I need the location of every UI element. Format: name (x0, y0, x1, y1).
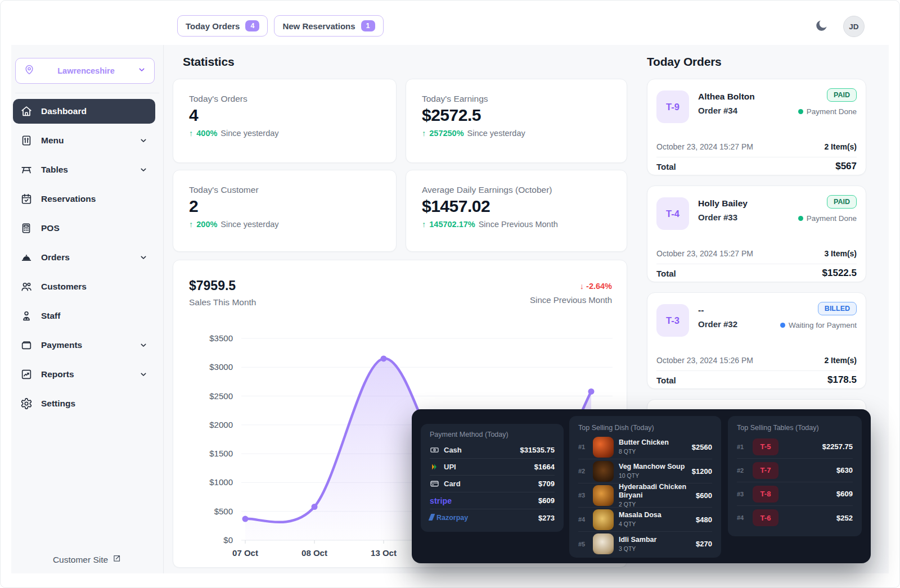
payment-method-row: Cash $31535.75 (430, 442, 555, 459)
chevron-down-icon (139, 136, 148, 145)
table-badge: T-3 (656, 304, 689, 337)
dish-value: $600 (696, 491, 712, 500)
sales-delta: ↓ -2.64% (580, 282, 612, 291)
payment-method-name: Card (444, 480, 461, 488)
map-pin-icon (24, 64, 35, 78)
y-axis-tick: $0 (223, 535, 233, 545)
order-card[interactable]: T-9 Althea Bolton Order #34 PAID Payment… (647, 79, 866, 175)
sidebar-section-divider (15, 93, 159, 93)
payment-method-value: $31535.75 (520, 446, 555, 454)
top-tables-panel: Top Selling Tables (Today) #1 T-5 $2257.… (728, 416, 862, 536)
table-value: $630 (836, 466, 853, 474)
x-axis-tick: 08 Oct (302, 548, 327, 558)
table-row: #1 T-5 $2257.75 (737, 435, 853, 459)
dish-row: #4 Masala Dosa 4 QTY $480 (578, 508, 712, 532)
payment-method-row: UPI $1664 (430, 459, 555, 476)
x-axis-tick: 13 Oct (371, 548, 397, 558)
order-card[interactable]: T-3 -- Order #32 BILLED Waiting for Paym… (647, 292, 866, 389)
sidebar-item-dashboard[interactable]: Dashboard (13, 99, 155, 124)
dish-photo (593, 533, 614, 554)
sidebar-item-orders[interactable]: Orders (13, 245, 155, 270)
upi-icon (430, 462, 439, 472)
payment-method-panel: Payment Method (Today) Cash $31535.75 UP… (421, 424, 564, 532)
stat-card-average-daily-earnings-october: Average Daily Earnings (October) $1457.0… (406, 170, 627, 252)
sidebar-item-tables[interactable]: Tables (13, 157, 155, 182)
customer-site-link[interactable]: Customer Site (11, 554, 163, 566)
payment-method-value: $1664 (534, 463, 555, 471)
order-card[interactable]: T-4 Holly Bailey Order #33 PAID Payment … (647, 186, 866, 282)
stat-delta-note: Since Previous Month (479, 220, 558, 229)
table-rank: #3 (737, 491, 746, 497)
payment-method-value: $709 (538, 480, 555, 488)
sidebar-item-customers[interactable]: Customers (13, 274, 155, 299)
today-orders-heading: Today Orders (647, 55, 722, 69)
today-orders-button[interactable]: Today Orders 4 (177, 15, 268, 37)
dish-value: $270 (696, 540, 712, 548)
sales-total: $7959.5 (189, 278, 236, 293)
dish-photo (593, 461, 614, 482)
dish-qty: 2 QTY (619, 501, 691, 508)
sidebar-item-payments[interactable]: Payments (13, 333, 155, 358)
location-selector[interactable]: Lawrenceshire (15, 58, 155, 84)
order-items-count: 3 Item(s) (824, 249, 857, 258)
home-icon (20, 105, 33, 117)
dish-rank: #5 (578, 541, 588, 548)
table-value: $609 (836, 490, 853, 498)
arrow-up-icon: ↑ (189, 220, 193, 229)
chart-data-point (381, 355, 387, 361)
dish-value: $2560 (692, 443, 712, 451)
stat-card-today-s-customer: Today's Customer 2 ↑ 200% Since yesterda… (173, 170, 397, 252)
total-value: $1522.5 (822, 268, 857, 279)
sidebar-item-menu[interactable]: Menu (13, 128, 155, 153)
sidebar-item-settings[interactable]: Settings (13, 391, 155, 416)
status-badge: BILLED (818, 302, 857, 315)
sidebar-item-reports[interactable]: Reports (13, 362, 155, 387)
avatar[interactable]: JD (843, 16, 865, 37)
sidebar-item-staff[interactable]: Staff (13, 304, 155, 328)
payment-status-dot (780, 323, 785, 328)
table-badge: T-4 (656, 197, 689, 230)
payment-method-name: Razorpay (436, 514, 468, 522)
payment-status-note: Payment Done (807, 214, 857, 223)
table-row: #4 T-6 $252 (737, 506, 853, 530)
card-divider (656, 370, 857, 371)
table-rank: #2 (737, 467, 746, 474)
table-value: $252 (836, 514, 853, 522)
stat-label: Today's Orders (189, 94, 380, 104)
sidebar-item-reservations[interactable]: Reservations (13, 187, 155, 211)
table-row: #3 T-8 $609 (737, 482, 853, 506)
y-axis-tick: $2500 (209, 391, 233, 401)
dish-row: #3 Hyderabadi Chicken Biryani 2 QTY $600 (578, 483, 712, 508)
stat-delta-note: Since yesterday (467, 129, 525, 138)
new-reservations-button[interactable]: New Reservations 1 (274, 15, 383, 37)
reports-icon (20, 368, 33, 381)
stat-card-today-s-orders: Today's Orders 4 ↑ 400% Since yesterday (173, 79, 397, 163)
stat-delta-percent: 200% (196, 220, 217, 229)
dish-photo (593, 485, 614, 506)
customer-site-label: Customer Site (53, 555, 108, 565)
dish-row: #5 Idli Sambar 3 QTY $270 (578, 532, 712, 556)
dark-mode-toggle[interactable] (813, 18, 830, 35)
y-axis-tick: $2000 (209, 420, 233, 429)
status-badge: PAID (827, 195, 857, 209)
chevron-down-icon (139, 341, 148, 350)
statistics-heading: Statistics (183, 55, 234, 69)
sidebar-item-pos[interactable]: POS (13, 216, 155, 241)
dish-row: #2 Veg Manchow Soup 10 QTY $1200 (578, 459, 712, 483)
top-tables-title: Top Selling Tables (Today) (737, 424, 853, 432)
order-number: Order #32 (698, 319, 737, 329)
new-reservations-button-label: New Reservations (282, 21, 355, 31)
chart-data-point (588, 388, 595, 395)
today-orders-count-badge: 4 (245, 20, 259, 31)
stat-label: Today's Customer (189, 185, 380, 195)
dish-qty: 3 QTY (619, 545, 656, 553)
stat-delta-percent: 257250% (429, 129, 464, 138)
stat-label: Today's Earnings (422, 94, 611, 104)
payment-method-row: stripe $609 (430, 492, 555, 509)
chevron-down-icon (139, 370, 148, 379)
payment-method-title: Payment Method (Today) (430, 431, 555, 438)
payment-status-dot (798, 109, 803, 114)
y-axis-tick: $3000 (209, 362, 233, 372)
payment-method-value: $609 (538, 496, 555, 505)
dish-qty: 8 QTY (619, 448, 669, 455)
